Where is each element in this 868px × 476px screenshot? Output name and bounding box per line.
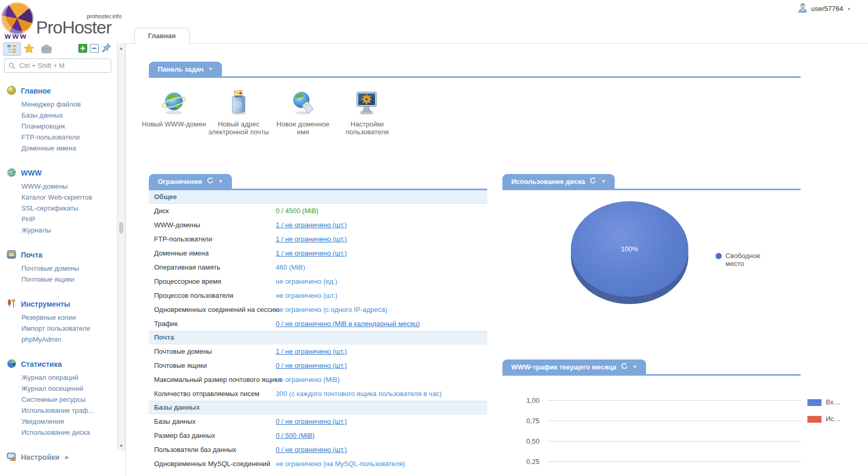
task-panel-header[interactable]: Панель задач ▼ bbox=[149, 62, 222, 76]
limit-value-link[interactable]: 1 / не ограничено (шт.) bbox=[276, 218, 347, 232]
limit-value: 0 / 4500 (MiB) bbox=[276, 204, 319, 218]
scroll-up-arrow[interactable]: ▲ bbox=[118, 46, 125, 51]
sidebar-section-tools[interactable]: Инструменты bbox=[0, 297, 117, 311]
limit-label: Процессов пользователя bbox=[149, 288, 276, 303]
y-tick: 0,25 bbox=[509, 458, 539, 466]
sidebar-nav: Главное Менеджер файлов Базы данных План… bbox=[0, 72, 117, 464]
limits-panel-header[interactable]: Ограничения ▼ bbox=[149, 174, 232, 189]
section-items: Журнал операций Журнал посещений Системн… bbox=[0, 372, 117, 438]
limit-label: Почтовые ящики bbox=[149, 358, 276, 373]
refresh-icon[interactable] bbox=[621, 363, 628, 371]
sidebar-item-file-manager[interactable]: Менеджер файлов bbox=[0, 99, 117, 110]
search-input[interactable] bbox=[18, 61, 111, 70]
refresh-icon[interactable] bbox=[590, 177, 596, 185]
sidebar-item-logs[interactable]: Журналы bbox=[0, 225, 117, 236]
sidebar-item-scheduler[interactable]: Планировщик bbox=[0, 121, 117, 132]
task-user-settings[interactable]: Настройки пользователя bbox=[335, 89, 400, 136]
limit-value-link[interactable]: 0 / 500 (MiB) bbox=[276, 428, 314, 443]
limit-row: Диск0 / 4500 (MiB) bbox=[149, 204, 487, 218]
legend-label-free-space: Свободное место bbox=[725, 252, 760, 268]
favorites-button[interactable] bbox=[23, 43, 35, 56]
limit-value: не ограничено (ед.) bbox=[276, 274, 337, 288]
expand-right-icon: ▶ bbox=[65, 455, 69, 460]
sidebar-item-user-import[interactable]: Импорт пользователя bbox=[0, 323, 117, 334]
limit-row: Процессов пользователяне ограничено (шт.… bbox=[149, 288, 487, 303]
sidebar-section-settings[interactable]: Настройки ▶ bbox=[0, 450, 117, 464]
task-new-email[interactable]: Новый адрес электронной почты bbox=[206, 89, 271, 136]
sidebar-item-sys-resources[interactable]: Системные ресурсы bbox=[0, 394, 117, 405]
chevron-down-icon[interactable]: ▼ bbox=[632, 365, 637, 369]
sidebar-item-backups[interactable]: Резервные копии bbox=[0, 312, 117, 323]
sidebar-item-domain-names[interactable]: Доменные имена bbox=[0, 143, 117, 154]
tab-glavnaya[interactable]: Главная bbox=[134, 28, 190, 44]
task-label: Новый WWW-домен bbox=[142, 120, 206, 128]
traffic-title: WWW-трафик текущего месяца bbox=[511, 363, 616, 371]
chevron-down-icon[interactable]: ▼ bbox=[218, 179, 223, 184]
sidebar-item-www-domains[interactable]: WWW-домены bbox=[0, 181, 117, 192]
scroll-down-arrow[interactable]: ▼ bbox=[118, 444, 125, 448]
sidebar-item-databases[interactable]: Базы данных bbox=[0, 110, 117, 121]
limits-group-header: Общее bbox=[149, 190, 487, 204]
tree-view-button[interactable] bbox=[3, 42, 21, 56]
limit-value-link[interactable]: 0 / не ограничено (MiB в календарный мес… bbox=[276, 317, 420, 331]
task-label: Новое доменное имя bbox=[271, 120, 335, 136]
username: user57764 bbox=[811, 5, 843, 13]
expand-all-button[interactable] bbox=[78, 44, 87, 54]
sidebar-section-stats[interactable]: Статистика bbox=[0, 357, 117, 371]
pin-menu-button[interactable] bbox=[101, 42, 112, 55]
sidebar-item-visit-log[interactable]: Журнал посещений bbox=[0, 383, 117, 394]
limit-value-link[interactable]: 0 / не ограничено (шт.) bbox=[276, 358, 347, 373]
limit-row: Базы данных0 / не ограничено (шт.) bbox=[149, 414, 487, 428]
sidebar-item-op-log[interactable]: Журнал операций bbox=[0, 372, 117, 383]
gridline bbox=[547, 461, 801, 462]
sidebar-item-phpmyadmin[interactable]: phpMyAdmin bbox=[0, 334, 117, 345]
globe-icon bbox=[7, 168, 16, 179]
limit-value-link[interactable]: 1 / не ограничено (шт.) bbox=[276, 344, 347, 358]
limit-label: Трафик bbox=[149, 317, 276, 331]
user-menu[interactable]: user57764 ▾ bbox=[797, 3, 850, 15]
sidebar-section-glavnoe[interactable]: Главное bbox=[0, 84, 117, 98]
logo-name: ProHoster bbox=[36, 17, 111, 38]
sidebar-item-mailboxes[interactable]: Почтовые ящики bbox=[0, 274, 117, 285]
task-panel-line bbox=[149, 76, 801, 78]
task-new-www-domain[interactable]: Новый WWW-домен bbox=[142, 89, 206, 128]
sidebar-item-disk-usage[interactable]: Использование диска bbox=[0, 427, 117, 438]
task-panel-title: Панель задач bbox=[158, 65, 204, 73]
sidebar-item-notifications[interactable]: Уведомления bbox=[0, 416, 117, 427]
disk-usage-title: Использование диска bbox=[511, 178, 585, 185]
sidebar-item-ssl[interactable]: SSL-сертификаты bbox=[0, 203, 117, 214]
limit-value-link[interactable]: 1 / не ограничено (шт.) bbox=[276, 232, 347, 246]
sidebar-item-web-scripts[interactable]: Каталог Web-скриптов bbox=[0, 192, 117, 203]
traffic-panel-header[interactable]: WWW-трафик текущего месяца ▼ bbox=[502, 359, 646, 374]
sidebar-item-traffic-usage[interactable]: Использование траф… bbox=[0, 405, 117, 416]
sidebar-section-www[interactable]: WWW bbox=[0, 166, 117, 180]
search-icon bbox=[8, 62, 16, 69]
limit-value: не ограничено (шт.) bbox=[276, 288, 337, 303]
sidebar-scrollbar[interactable]: ▲ ▼ bbox=[117, 43, 125, 451]
chevron-down-icon[interactable]: ▼ bbox=[601, 179, 606, 184]
gridline bbox=[547, 421, 801, 421]
home-orb-icon bbox=[7, 86, 16, 97]
legend-label-incoming: Вх… bbox=[826, 398, 840, 406]
limit-label: Количество отправляемых писем bbox=[149, 387, 276, 401]
minus-icon bbox=[90, 44, 99, 54]
limit-value-link[interactable]: 0 / не ограничено (шт.) bbox=[276, 414, 347, 428]
pie-center-label: 100% bbox=[571, 245, 688, 253]
collapse-all-button[interactable] bbox=[90, 44, 99, 54]
disk-usage-panel-header[interactable]: Использование диска ▼ bbox=[502, 174, 615, 189]
task-label: Новый адрес электронной почты bbox=[206, 120, 271, 136]
pin-icon bbox=[101, 42, 112, 55]
scroll-thumb[interactable] bbox=[119, 222, 123, 234]
limit-value-link[interactable]: 1 / не ограничено (шт.) bbox=[276, 246, 347, 260]
limit-value-link[interactable]: 0 / не ограничено (шт.) bbox=[276, 443, 347, 457]
legend-label-outgoing: Ис… bbox=[826, 415, 841, 423]
task-new-domain-name[interactable]: Новое доменное имя bbox=[271, 89, 335, 136]
sidebar-section-mail[interactable]: Почта bbox=[0, 248, 117, 262]
briefcase-button[interactable] bbox=[41, 43, 52, 55]
sidebar-item-php[interactable]: PHP bbox=[0, 214, 117, 225]
limit-row: Почтовые ящики0 / не ограничено (шт.) bbox=[149, 358, 487, 373]
sidebar-item-mail-domains[interactable]: Почтовые домены bbox=[0, 263, 117, 274]
sidebar-item-ftp-users[interactable]: FTP-пользователи bbox=[0, 132, 117, 143]
limit-row: Одновременных соединений на сессиюне огр… bbox=[149, 303, 487, 317]
refresh-icon[interactable] bbox=[207, 177, 214, 185]
